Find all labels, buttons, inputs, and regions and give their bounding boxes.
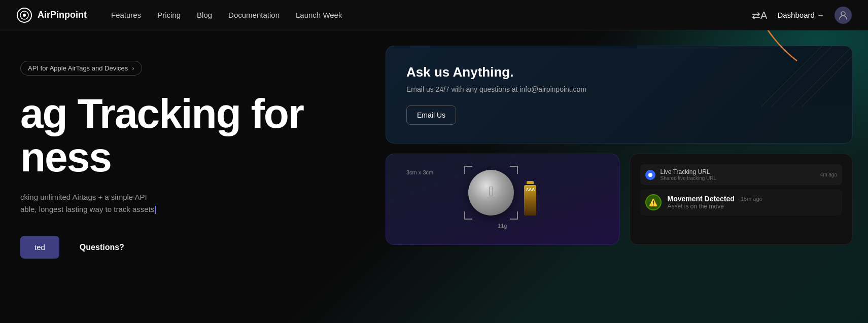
tracking-event-live-url: Live Tracking URL Shared live tracking U…: [640, 164, 843, 185]
nav-link-blog[interactable]: Blog: [197, 11, 212, 19]
live-tracking-subtitle: Shared live tracking URL: [661, 175, 815, 181]
user-icon: [839, 11, 848, 20]
bracket-bottom-left: [464, 211, 472, 220]
movement-detected-title: Movement Detected: [668, 195, 735, 203]
bracket-top-left: [464, 166, 472, 174]
airtag-circle: : [468, 170, 514, 216]
hero-title-line1: ag Tracking for: [20, 92, 325, 135]
hero-subtitle-line2: able, longest lasting way to track asset…: [20, 205, 154, 213]
dashboard-link[interactable]: Dashboard →: [777, 11, 824, 19]
email-us-button[interactable]: Email Us: [406, 105, 456, 125]
battery-top: [527, 181, 534, 184]
live-tracking-blue-dot: [645, 170, 655, 180]
hero-badge[interactable]: API for Apple AirTags and Devices ›: [20, 61, 142, 76]
airtag-product-card: 3cm x 3cm  AAA 11g: [386, 154, 619, 245]
movement-detected-event: ⚠️ Movement Detected · 15m ago Asset is …: [640, 189, 843, 216]
apple-logo-icon: : [489, 184, 494, 200]
airtag-visual:  AAA: [468, 170, 536, 216]
nav-link-features[interactable]: Features: [111, 11, 141, 19]
airtag-size-label: 3cm x 3cm: [406, 169, 433, 175]
hero-badge-text: API for Apple AirTags and Devices: [28, 64, 128, 72]
live-tracking-title: Live Tracking URL: [661, 168, 815, 175]
airtag-bracket: : [468, 170, 514, 216]
nav-link-documentation[interactable]: Documentation: [228, 11, 280, 19]
logo-text: AirPinpoint: [38, 10, 87, 20]
airtag-weight-label: 11g: [498, 223, 507, 229]
bottom-cards-row: 3cm x 3cm  AAA 11g: [386, 154, 853, 245]
hero-subtitle-line1: cking unlimited Airtags + a simple API: [20, 193, 147, 201]
live-tracking-time: 4m ago: [820, 172, 837, 177]
bracket-bottom-right: [510, 211, 518, 220]
battery-visual: AAA: [524, 184, 536, 216]
nav-link-launch-week[interactable]: Launch Week: [296, 11, 342, 19]
ask-card-description: Email us 24/7 with any questions at info…: [406, 85, 832, 93]
logo[interactable]: AirPinpoint: [16, 7, 87, 23]
battery-type-label: AAA: [524, 187, 536, 192]
ask-card-title: Ask us Anything.: [406, 64, 832, 80]
logo-icon: [16, 7, 32, 23]
cursor-blink: [155, 206, 156, 214]
nav-links: Features Pricing Blog Documentation Laun…: [111, 11, 752, 19]
svg-point-3: [841, 12, 845, 16]
navbar: AirPinpoint Features Pricing Blog Docume…: [0, 0, 868, 30]
live-tracking-text: Live Tracking URL Shared live tracking U…: [661, 168, 815, 181]
nav-link-pricing[interactable]: Pricing: [157, 11, 181, 19]
tracking-events-card: Live Tracking URL Shared live tracking U…: [630, 154, 853, 245]
movement-alert-icon: ⚠️: [645, 194, 662, 210]
nav-right: ⇄A Dashboard →: [752, 7, 852, 24]
movement-text: Movement Detected · 15m ago Asset is on …: [668, 195, 762, 210]
hero-subtitle: cking unlimited Airtags + a simple API a…: [20, 191, 203, 216]
hero-badge-arrow: ›: [132, 64, 134, 72]
avatar[interactable]: [835, 7, 852, 24]
battery-body: AAA: [524, 185, 536, 216]
svg-point-2: [23, 14, 26, 17]
hero-cta-button[interactable]: ted: [20, 236, 59, 259]
movement-subtitle: Asset is on the move: [668, 203, 762, 210]
bracket-top-right: [510, 166, 518, 174]
translate-icon[interactable]: ⇄A: [752, 9, 767, 21]
hero-questions-label: Questions?: [80, 243, 124, 252]
hero-title-line2: ness: [20, 135, 325, 179]
blue-dot-inner: [648, 173, 652, 177]
movement-title-row: Movement Detected · 15m ago: [668, 195, 762, 203]
right-panel: Ask us Anything. Email us 24/7 with any …: [386, 30, 868, 323]
movement-time: · 15m ago: [738, 196, 762, 202]
hero-section: API for Apple AirTags and Devices › ag T…: [0, 30, 345, 323]
hero-bottom: ted Questions?: [20, 236, 325, 259]
ask-us-anything-card: Ask us Anything. Email us 24/7 with any …: [386, 46, 853, 143]
hero-title: ag Tracking for ness: [20, 92, 325, 179]
